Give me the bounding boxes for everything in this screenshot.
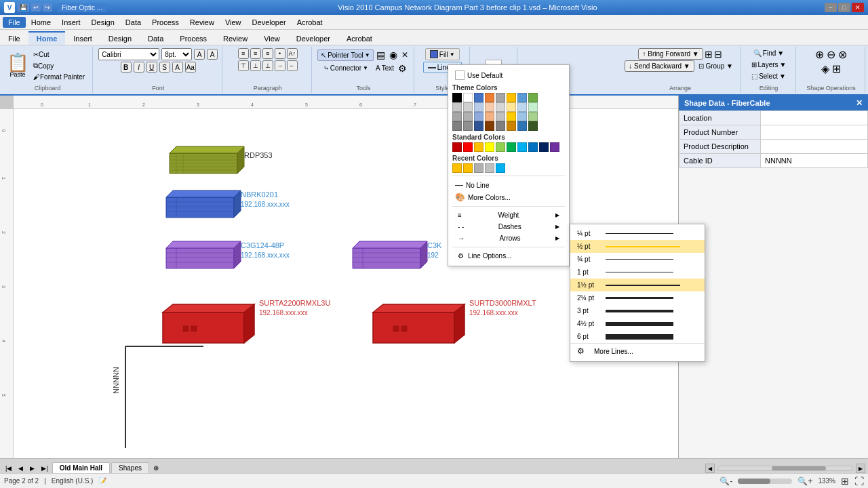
tab-review[interactable]: Review xyxy=(215,31,256,45)
scroll-thumb[interactable] xyxy=(772,466,826,470)
menu-review[interactable]: Review xyxy=(184,17,220,28)
tab-data[interactable]: Data xyxy=(140,31,172,45)
shape-rdp353[interactable]: RDP353 xyxy=(163,143,251,182)
tools-icon1[interactable]: ▤ xyxy=(375,48,387,62)
nav-prev[interactable]: ◀ xyxy=(16,464,26,473)
send-backward-btn[interactable]: ↓ Send Backward ▼ xyxy=(625,60,694,72)
more-lines-option[interactable]: ⚙ More Lines... xyxy=(570,344,705,359)
tab-acrobat[interactable]: Acrobat xyxy=(338,31,380,45)
bring-forward-btn[interactable]: ↑ Bring Forward ▼ xyxy=(638,48,703,60)
highlight-btn[interactable]: Aa xyxy=(185,62,196,73)
shape-op2[interactable]: ⊖ xyxy=(827,48,835,61)
font-size-grow-btn[interactable]: A↑ xyxy=(287,48,298,59)
align-right-btn[interactable]: ≡ xyxy=(262,48,273,59)
shape-op4[interactable]: ◈ xyxy=(821,62,829,75)
group-btn[interactable]: ⊡ Group ▼ xyxy=(696,62,736,70)
tools-icon2[interactable]: ◉ xyxy=(388,48,399,62)
line-options-menu-item[interactable]: ⚙ Line Options... xyxy=(452,250,565,262)
decrease-font-btn[interactable]: A xyxy=(207,49,218,60)
menu-data[interactable]: Data xyxy=(120,17,146,28)
zoom-out-btn[interactable]: 🔍- xyxy=(719,476,732,486)
menu-file[interactable]: File xyxy=(3,17,26,28)
fill-btn[interactable]: Fill ▼ xyxy=(425,48,460,60)
shape-nbrk0201[interactable]: NBRK0201 192.168.xxx.xxx xyxy=(159,187,248,226)
product-number-value[interactable] xyxy=(761,125,868,140)
shape-op5[interactable]: ⊞ xyxy=(832,62,841,75)
shape-c3g124[interactable]: C3G124-48P 192.168.xxx.xxx xyxy=(159,238,248,277)
tab-insert[interactable]: Insert xyxy=(65,31,100,45)
weight-3[interactable]: 3 pt xyxy=(570,304,705,317)
bold-btn[interactable]: B xyxy=(121,62,132,73)
scroll-track[interactable] xyxy=(717,466,853,471)
align-top-btn[interactable]: ⊤ xyxy=(238,60,249,71)
zoom-slider[interactable] xyxy=(738,479,792,484)
underline-btn[interactable]: U xyxy=(146,62,157,73)
more-colors-option[interactable]: 🎨 More Colors... xyxy=(452,191,565,203)
tab-old-main-hall[interactable]: Old Main Hall xyxy=(52,462,110,473)
menu-home[interactable]: Home xyxy=(26,17,56,28)
shape-data-close-btn[interactable]: ✕ xyxy=(856,98,863,108)
pointer-tool-btn[interactable]: ↖ Pointer Tool ▼ xyxy=(317,49,374,61)
weight-6[interactable]: 6 pt xyxy=(570,330,705,343)
align-left-btn[interactable]: ≡ xyxy=(238,48,249,59)
add-page-btn[interactable]: ⊕ xyxy=(151,463,161,473)
scroll-right-btn[interactable]: ▶ xyxy=(856,464,865,473)
menu-developer[interactable]: Developer xyxy=(247,17,292,28)
align-middle-btn[interactable]: ⊥ xyxy=(250,60,261,71)
copy-btn[interactable]: ⧉ Copy xyxy=(30,60,88,71)
tab-file[interactable]: File xyxy=(0,31,28,45)
fit-page-btn[interactable]: ⊞ xyxy=(841,476,849,487)
tools-close-btn[interactable]: ✕ xyxy=(400,49,410,61)
format-painter-btn[interactable]: 🖌 Format Painter xyxy=(30,72,88,82)
layers-btn[interactable]: ⊞ Layers ▼ xyxy=(750,60,788,70)
select-btn[interactable]: ⬚ Select ▼ xyxy=(750,71,787,81)
menu-process[interactable]: Process xyxy=(146,17,184,28)
format-icon[interactable]: ⚙ xyxy=(398,63,407,74)
align-tools[interactable]: ⊞ xyxy=(705,49,713,60)
strikethrough-btn[interactable]: S xyxy=(159,62,170,73)
nav-first[interactable]: |◀ xyxy=(3,464,14,473)
tab-process[interactable]: Process xyxy=(172,31,215,45)
nav-next[interactable]: ▶ xyxy=(27,464,37,473)
menu-acrobat[interactable]: Acrobat xyxy=(292,17,328,28)
menu-insert[interactable]: Insert xyxy=(56,17,86,28)
indent-btn[interactable]: → xyxy=(275,60,285,71)
shape-surtd[interactable]: SURTD3000RMXLT 192.168.xxx.xxx xyxy=(359,299,468,354)
arrows-menu-item[interactable]: → Arrows ▶ xyxy=(452,232,565,244)
align-bottom-btn[interactable]: ⊥ xyxy=(262,60,273,71)
shape-op1[interactable]: ⊕ xyxy=(815,48,824,61)
shape-surta[interactable]: SURTA2200RMXL3U 192.168.xxx.xxx xyxy=(149,299,258,354)
text-tool-btn[interactable]: A Text xyxy=(373,63,397,73)
menu-design[interactable]: Design xyxy=(86,17,120,28)
bullet-list-btn[interactable]: • xyxy=(275,48,285,59)
product-description-value[interactable] xyxy=(761,140,868,154)
tab-view[interactable]: View xyxy=(256,31,288,45)
minimize-btn[interactable]: – xyxy=(825,3,837,12)
close-btn[interactable]: ✕ xyxy=(852,3,864,12)
weight-menu-item[interactable]: ≡ Weight ▶ xyxy=(452,209,565,221)
location-value[interactable] xyxy=(761,111,868,125)
tab-developer[interactable]: Developer xyxy=(288,31,338,45)
weight-half-selected[interactable]: ½ pt xyxy=(570,240,705,253)
no-line-option[interactable]: — No Line xyxy=(452,179,565,191)
maximize-btn[interactable]: □ xyxy=(838,3,850,12)
font-color-btn[interactable]: A xyxy=(172,62,183,73)
full-screen-btn[interactable]: ⛶ xyxy=(854,476,864,487)
weight-1[interactable]: 1 pt xyxy=(570,266,705,279)
increase-font-btn[interactable]: A xyxy=(194,49,205,60)
align-center-btn[interactable]: ≡ xyxy=(250,48,261,59)
tab-shapes[interactable]: Shapes xyxy=(111,462,149,473)
position-btn[interactable]: ⊟ xyxy=(714,49,722,60)
weight-three-quarter[interactable]: ¾ pt xyxy=(570,253,705,266)
find-btn[interactable]: 🔍 Find ▼ xyxy=(752,48,785,58)
font-name-select[interactable]: Calibri xyxy=(98,48,159,60)
zoom-in-btn[interactable]: 🔍+ xyxy=(797,476,812,486)
outdent-btn[interactable]: ← xyxy=(287,60,298,71)
dashes-menu-item[interactable]: - - Dashes ▶ xyxy=(452,221,565,232)
dropdown-selector[interactable]: Fiber Optic ... xyxy=(58,3,106,12)
weight-1-half[interactable]: 1½ pt xyxy=(570,279,705,291)
connector-btn[interactable]: ⤷ Connector ▼ xyxy=(320,62,372,74)
menu-view[interactable]: View xyxy=(220,17,247,28)
scroll-left-btn[interactable]: ◀ xyxy=(705,464,715,473)
paste-btn[interactable]: 📋 Paste xyxy=(7,54,28,78)
